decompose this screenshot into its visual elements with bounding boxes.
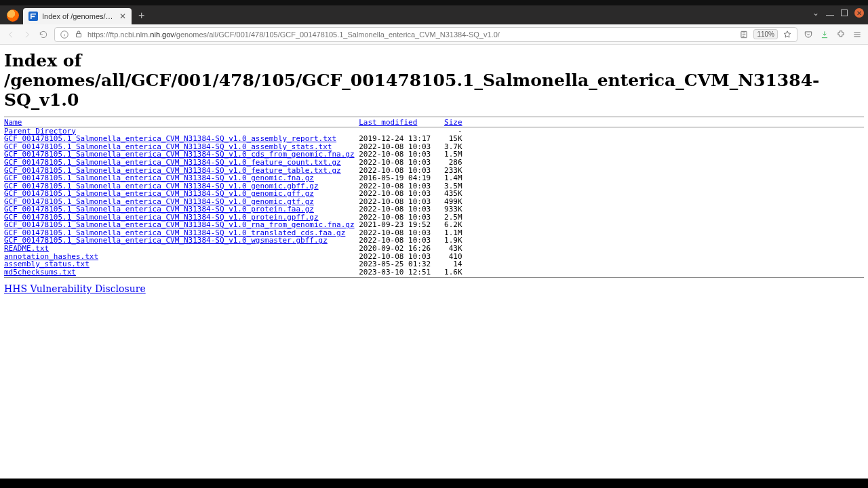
forward-button[interactable] [22, 29, 33, 40]
app-menu-icon[interactable] [852, 29, 863, 40]
url-prefix: https://ftp.ncbi.nlm. [87, 30, 150, 39]
window-minimize-icon[interactable] [826, 15, 834, 16]
window-maximize-icon[interactable] [841, 9, 848, 16]
sort-by-name-link[interactable]: Name [4, 118, 22, 127]
svg-rect-1 [77, 33, 81, 37]
bookmark-star-icon[interactable] [782, 29, 793, 40]
tab-strip: Index of /genomes/all/G ✕ + ⌄ ✕ [0, 5, 868, 24]
browser-tab-active[interactable]: Index of /genomes/all/G ✕ [23, 8, 132, 24]
divider [4, 277, 864, 278]
divider [4, 127, 864, 127]
site-info-icon[interactable] [59, 29, 70, 40]
hhs-disclosure-link[interactable]: HHS Vulnerability Disclosure [4, 283, 146, 294]
new-tab-button[interactable]: + [132, 9, 151, 24]
downloads-icon[interactable] [819, 29, 830, 40]
tab-close-icon[interactable]: ✕ [119, 12, 126, 21]
url-path: /genomes/all/GCF/001/478/105/GCF_0014781… [174, 30, 500, 39]
tab-title: Index of /genomes/all/G [42, 12, 115, 20]
tabs-dropdown-icon[interactable]: ⌄ [812, 8, 819, 18]
url-text: https://ftp.ncbi.nlm.nih.gov/genomes/all… [87, 30, 734, 39]
window-close-icon[interactable]: ✕ [854, 8, 864, 18]
zoom-level-badge[interactable]: 110% [753, 29, 778, 39]
reader-mode-icon[interactable] [738, 29, 749, 40]
os-bottom-bar [0, 479, 868, 488]
ncbi-favicon-icon [28, 12, 38, 21]
lock-icon[interactable] [74, 29, 83, 40]
back-button[interactable] [5, 29, 16, 40]
file-link[interactable]: GCF_001478105.1_Salmonella_enterica_CVM_… [4, 236, 328, 245]
pocket-icon[interactable] [803, 29, 814, 40]
file-link[interactable]: md5checksums.txt [4, 268, 76, 277]
divider [4, 117, 864, 117]
sort-by-modified-link[interactable]: Last modified [359, 118, 417, 127]
url-bar[interactable]: https://ftp.ncbi.nlm.nih.gov/genomes/all… [54, 27, 797, 42]
url-host: nih.gov [150, 30, 174, 39]
firefox-icon [7, 9, 19, 22]
page-content: Index of /genomes/all/GCF/001/478/105/GC… [0, 45, 868, 479]
directory-listing: Name Last modified Size Parent Directory [4, 119, 864, 276]
sort-by-size-link[interactable]: Size [444, 118, 462, 127]
reload-button[interactable] [38, 29, 49, 40]
page-title: Index of /genomes/all/GCF/001/478/105/GC… [4, 52, 864, 110]
extensions-icon[interactable] [835, 29, 846, 40]
os-top-bar [0, 0, 868, 5]
browser-toolbar: https://ftp.ncbi.nlm.nih.gov/genomes/all… [0, 24, 868, 45]
